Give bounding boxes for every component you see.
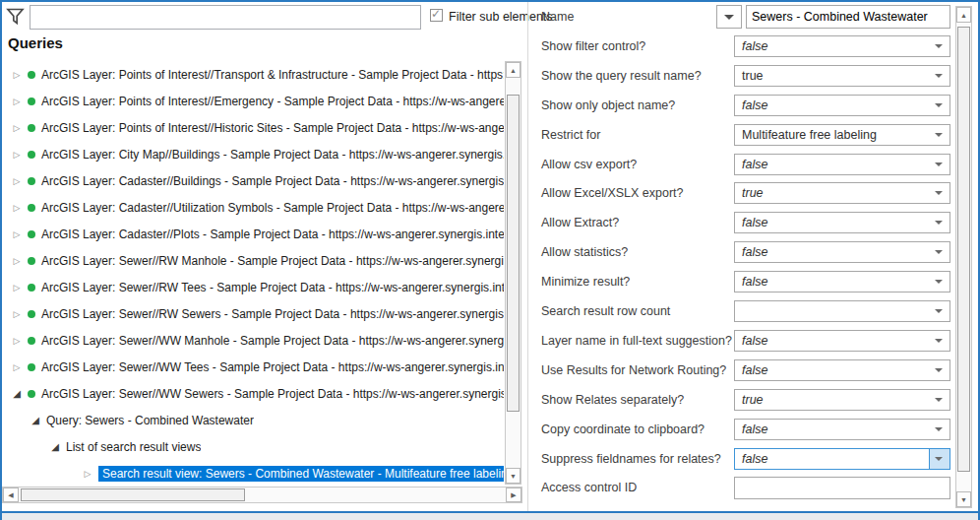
property-label: Access control ID: [541, 476, 637, 499]
property-dropdown[interactable]: false: [734, 419, 950, 440]
property-label: Allow statistics?: [541, 240, 628, 264]
property-row: Show only object name? false: [531, 94, 954, 117]
property-row: Access control ID: [531, 476, 954, 499]
tree-expander-icon[interactable]: ▷: [10, 68, 24, 82]
status-dot-icon: [28, 177, 35, 185]
tree-expander-icon[interactable]: ▷: [10, 281, 24, 294]
property-dropdown[interactable]: false: [734, 212, 950, 233]
status-dot-icon: [28, 71, 35, 79]
tree-row[interactable]: ▷ ArcGIS Layer: Sewer//RW Manhole - Samp…: [2, 247, 504, 274]
property-dropdown[interactable]: true: [734, 182, 950, 204]
tree-item-label: ArcGIS Layer: Cadaster//Plots - Sample P…: [41, 228, 504, 241]
checkmark-icon: ✓: [431, 7, 441, 21]
tree-row[interactable]: ▷ ArcGIS Layer: Sewer//RW Sewers - Sampl…: [2, 300, 504, 327]
property-dropdown[interactable]: false: [734, 241, 950, 263]
filter-sub-elements-checkbox[interactable]: ✓: [430, 9, 443, 22]
chevron-down-icon: [935, 103, 943, 107]
tree-row[interactable]: ▷ ArcGIS Layer: Sewer//WW Manhole - Samp…: [2, 327, 504, 354]
property-dropdown[interactable]: false: [734, 271, 950, 292]
property-row: Suppress fieldnames for relates? false: [531, 447, 954, 471]
chevron-down-icon: [935, 74, 943, 78]
property-row: Use Results for Network Routing? false: [531, 358, 954, 382]
property-dropdown[interactable]: false: [734, 95, 950, 116]
name-dropdown-button[interactable]: [716, 5, 742, 29]
tree-expander-icon[interactable]: ▷: [10, 201, 24, 215]
tree-expander-icon[interactable]: ▷: [10, 307, 24, 321]
status-dot-icon: [28, 230, 35, 238]
property-dropdown[interactable]: true: [734, 65, 950, 87]
tree-row[interactable]: ◢ ArcGIS Layer: Sewer//WW Sewers - Sampl…: [2, 380, 504, 407]
tree-expander-icon[interactable]: ▷: [10, 254, 24, 268]
property-row: Allow csv export? false: [531, 153, 954, 176]
scroll-left-button[interactable]: ◀: [3, 488, 19, 502]
scroll-up-button[interactable]: ▲: [956, 7, 971, 23]
tree-item-label: ArcGIS Layer: Cadaster//Buildings - Samp…: [41, 174, 504, 188]
tree-row[interactable]: ▷ ArcGIS Layer: Cadaster//Utilization Sy…: [2, 194, 504, 221]
tree-expander-icon[interactable]: ◢: [29, 414, 42, 427]
property-dropdown[interactable]: [734, 300, 950, 322]
property-row: Search result row count: [531, 299, 954, 323]
dropdown-value: false: [742, 420, 767, 439]
property-dropdown[interactable]: false: [734, 359, 950, 381]
property-row: Allow Excel/XSLX export? true: [531, 181, 954, 205]
tree-row[interactable]: ▷ ArcGIS Layer: Cadaster//Buildings - Sa…: [2, 167, 504, 194]
scroll-up-button[interactable]: ▲: [506, 62, 521, 78]
dropdown-value: false: [742, 272, 767, 292]
status-dot-icon: [28, 310, 35, 318]
property-dropdown[interactable]: false: [734, 35, 950, 57]
tree-expander-icon[interactable]: ▷: [10, 360, 24, 374]
property-dropdown[interactable]: false: [734, 448, 950, 470]
tree-hscroll-thumb[interactable]: [21, 488, 245, 501]
scroll-down-button[interactable]: ▼: [956, 491, 971, 507]
tree-expander-icon[interactable]: ▷: [81, 467, 94, 481]
tree-row[interactable]: ▷ ArcGIS Layer: Points of Interest//Hist…: [2, 114, 504, 141]
property-dropdown[interactable]: Multifeature free labeling: [734, 124, 950, 146]
tree-row[interactable]: ▷ ArcGIS Layer: Sewer//RW Tees - Sample …: [2, 274, 504, 300]
chevron-down-icon: [935, 427, 943, 431]
tree-expander-icon[interactable]: ▷: [10, 334, 24, 348]
properties-vertical-scrollbar[interactable]: ▲ ▼: [955, 6, 972, 508]
tree-vscroll-thumb[interactable]: [507, 95, 520, 412]
tree-expander-icon[interactable]: ▷: [10, 228, 24, 241]
tree-row[interactable]: ▷ Search result view: Sewers - Combined …: [2, 460, 504, 487]
tree-expander-icon[interactable]: ▷: [10, 121, 24, 135]
tree-item-label: Search result view: Sewers - Combined Wa…: [98, 466, 504, 482]
tree-row[interactable]: ▷ ArcGIS Layer: Points of Interest//Emer…: [2, 88, 504, 114]
tree-expander-icon[interactable]: ▷: [10, 148, 24, 162]
tree-item-label: ArcGIS Layer: Sewer//RW Tees - Sample Pr…: [41, 281, 504, 294]
tree-horizontal-scrollbar[interactable]: ◀ ▶: [2, 487, 522, 503]
tree-row[interactable]: ▷ ArcGIS Layer: Sewer//WW Tees - Sample …: [2, 354, 504, 380]
tree-expander-icon[interactable]: ▷: [10, 95, 24, 108]
tree-vertical-scrollbar[interactable]: ▲ ▼: [505, 61, 521, 485]
property-dropdown[interactable]: true: [734, 389, 950, 411]
property-dropdown[interactable]: false: [734, 154, 950, 175]
filter-input[interactable]: [30, 5, 421, 30]
tree-row[interactable]: ◢ Query: Sewers - Combined Wastewater: [2, 407, 504, 433]
tree-row[interactable]: ▷ ArcGIS Layer: Points of Interest//Tran…: [2, 61, 504, 88]
tree-row[interactable]: ▷ ArcGIS Layer: Cadaster//Plots - Sample…: [2, 221, 504, 247]
scroll-right-button[interactable]: ▶: [506, 488, 521, 502]
scroll-left-icon: ◀: [8, 491, 13, 498]
chevron-down-icon: [935, 398, 943, 402]
tree-expander-icon[interactable]: ◢: [10, 387, 24, 401]
scroll-down-button[interactable]: ▼: [506, 468, 521, 484]
property-text-input[interactable]: [734, 477, 950, 499]
dropdown-value: false: [742, 360, 767, 380]
chevron-down-icon: [935, 221, 943, 225]
filter-icon: [6, 7, 26, 27]
chevron-down-icon: [935, 191, 943, 195]
tree-expander-icon[interactable]: ◢: [48, 440, 62, 454]
property-label: Name: [541, 5, 574, 29]
property-label: Show the query result name?: [541, 64, 702, 88]
props-vscroll-thumb[interactable]: [957, 27, 970, 472]
property-row: Layer name in full-text suggestion? fals…: [531, 329, 954, 353]
chevron-down-icon: [935, 309, 943, 313]
tree-row[interactable]: ◢ List of search result views: [2, 433, 504, 460]
property-dropdown[interactable]: false: [734, 330, 950, 352]
chevron-down-icon: [935, 162, 943, 166]
tree-row[interactable]: ▷ ArcGIS Layer: City Map//Buildings - Sa…: [2, 141, 504, 167]
name-input[interactable]: [746, 5, 950, 29]
tree-item-label: List of search result views: [66, 440, 201, 454]
tree-item-label: Query: Sewers - Combined Wastewater: [46, 414, 254, 427]
tree-expander-icon[interactable]: ▷: [10, 174, 24, 188]
